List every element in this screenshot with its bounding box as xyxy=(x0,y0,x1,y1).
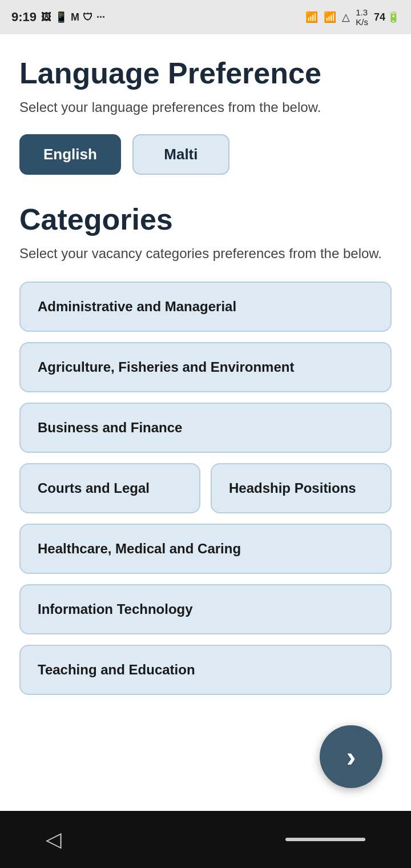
category-row-1: Administrative and Managerial xyxy=(19,282,392,332)
categories-title: Categories xyxy=(19,203,392,236)
category-row-2: Agriculture, Fisheries and Environment xyxy=(19,342,392,392)
category-admin-managerial[interactable]: Administrative and Managerial xyxy=(19,282,392,332)
category-buttons-container: Administrative and Managerial Agricultur… xyxy=(19,282,392,705)
status-bar: 9:19 🖼 📱 M 🛡 ··· 📶 📶 △ 1.3K/s 74 🔋 xyxy=(0,0,411,34)
shield-icon: 🛡 xyxy=(83,11,93,23)
wifi-icon: 📶 xyxy=(305,11,318,23)
category-agriculture[interactable]: Agriculture, Fisheries and Environment xyxy=(19,342,392,392)
category-teaching[interactable]: Teaching and Education xyxy=(19,645,392,695)
home-indicator[interactable] xyxy=(285,838,365,841)
language-buttons-container: English Malti xyxy=(19,134,392,175)
language-subtitle: Select your language preferences from th… xyxy=(19,98,392,117)
category-healthcare[interactable]: Healthcare, Medical and Caring xyxy=(19,524,392,574)
status-time: 9:19 xyxy=(11,10,37,25)
language-english-button[interactable]: English xyxy=(19,134,121,175)
category-row-4: Courts and Legal Headship Positions xyxy=(19,463,392,513)
network-icon: △ xyxy=(342,11,350,23)
main-content: Language Preference Select your language… xyxy=(0,34,411,811)
battery-level: 74 xyxy=(374,11,385,23)
battery-indicator: 74 🔋 xyxy=(374,11,400,23)
language-malti-button[interactable]: Malti xyxy=(132,134,229,175)
category-row-3: Business and Finance xyxy=(19,403,392,453)
signal-icon: 📶 xyxy=(324,11,336,23)
category-headship-positions[interactable]: Headship Positions xyxy=(211,463,392,513)
language-section: Language Preference Select your language… xyxy=(19,57,392,175)
next-fab-button[interactable]: › xyxy=(320,725,382,788)
category-row-5: Healthcare, Medical and Caring xyxy=(19,524,392,574)
category-row-7: Teaching and Education xyxy=(19,645,392,695)
dots-icon: ··· xyxy=(96,11,105,23)
category-business-finance[interactable]: Business and Finance xyxy=(19,403,392,453)
sim-icon: 📱 xyxy=(55,11,67,23)
category-row-6: Information Technology xyxy=(19,584,392,634)
category-it[interactable]: Information Technology xyxy=(19,584,392,634)
next-arrow-icon: › xyxy=(346,742,356,771)
mail-icon: M xyxy=(71,11,79,23)
language-title: Language Preference xyxy=(19,57,392,90)
speed-indicator: 1.3K/s xyxy=(356,7,368,27)
bottom-navigation: ◁ xyxy=(0,811,411,868)
battery-icon: 🔋 xyxy=(387,11,400,23)
category-courts-legal[interactable]: Courts and Legal xyxy=(19,463,200,513)
categories-section: Categories Select your vacancy categorie… xyxy=(19,203,392,705)
gallery-icon: 🖼 xyxy=(41,11,51,23)
back-button[interactable]: ◁ xyxy=(46,827,62,851)
categories-subtitle: Select your vacancy categories preferenc… xyxy=(19,244,392,263)
